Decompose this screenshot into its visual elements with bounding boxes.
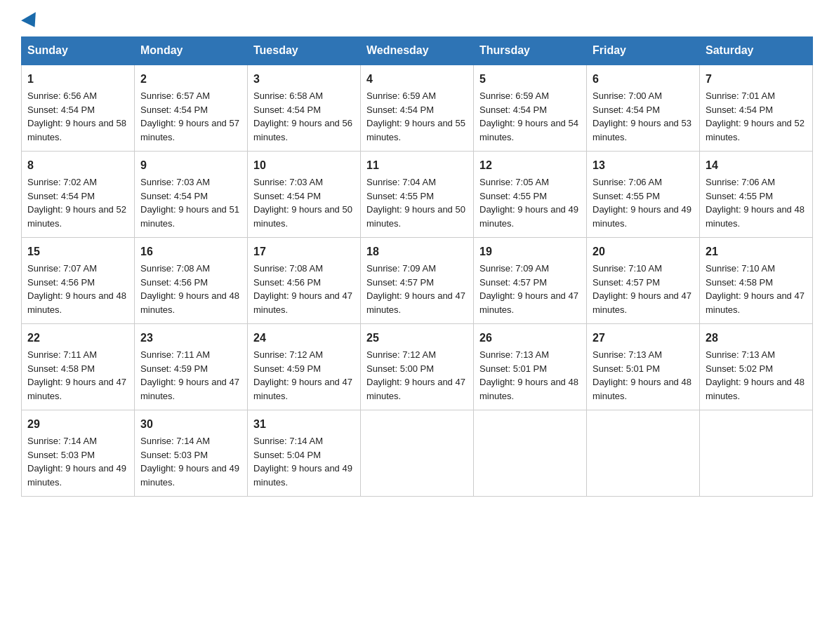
logo-triangle-icon (21, 12, 42, 32)
day-info: Sunrise: 7:00 AMSunset: 4:54 PMDaylight:… (593, 90, 691, 142)
day-info: Sunrise: 7:13 AMSunset: 5:01 PMDaylight:… (479, 349, 578, 401)
day-number: 23 (140, 330, 241, 347)
day-info: Sunrise: 6:56 AMSunset: 4:54 PMDaylight:… (27, 90, 126, 142)
day-number: 1 (27, 71, 128, 88)
week-row-5: 29Sunrise: 7:14 AMSunset: 5:03 PMDayligh… (22, 410, 813, 497)
day-number: 30 (140, 416, 241, 433)
day-cell: 7Sunrise: 7:01 AMSunset: 4:54 PMDaylight… (700, 65, 813, 152)
day-cell: 1Sunrise: 6:56 AMSunset: 4:54 PMDaylight… (22, 65, 135, 152)
week-row-2: 8Sunrise: 7:02 AMSunset: 4:54 PMDaylight… (22, 152, 813, 238)
day-cell: 31Sunrise: 7:14 AMSunset: 5:04 PMDayligh… (248, 410, 361, 497)
day-cell (361, 410, 474, 497)
day-number: 11 (366, 157, 468, 174)
day-number: 8 (27, 157, 128, 174)
day-number: 28 (706, 330, 807, 347)
day-cell: 22Sunrise: 7:11 AMSunset: 4:58 PMDayligh… (22, 324, 135, 410)
week-row-3: 15Sunrise: 7:07 AMSunset: 4:56 PMDayligh… (22, 238, 813, 324)
day-cell: 20Sunrise: 7:10 AMSunset: 4:57 PMDayligh… (587, 238, 700, 324)
day-cell: 18Sunrise: 7:09 AMSunset: 4:57 PMDayligh… (361, 238, 474, 324)
day-info: Sunrise: 7:07 AMSunset: 4:56 PMDaylight:… (27, 263, 126, 315)
logo (21, 14, 40, 24)
day-cell: 4Sunrise: 6:59 AMSunset: 4:54 PMDaylight… (361, 65, 474, 152)
day-info: Sunrise: 6:59 AMSunset: 4:54 PMDaylight:… (479, 90, 578, 142)
day-number: 10 (253, 157, 355, 174)
day-info: Sunrise: 7:14 AMSunset: 5:03 PMDaylight:… (27, 436, 126, 488)
day-cell: 16Sunrise: 7:08 AMSunset: 4:56 PMDayligh… (135, 238, 248, 324)
week-row-1: 1Sunrise: 6:56 AMSunset: 4:54 PMDaylight… (22, 65, 813, 152)
day-cell: 8Sunrise: 7:02 AMSunset: 4:54 PMDaylight… (22, 152, 135, 238)
day-info: Sunrise: 7:12 AMSunset: 4:59 PMDaylight:… (253, 349, 352, 401)
day-cell: 3Sunrise: 6:58 AMSunset: 4:54 PMDaylight… (248, 65, 361, 152)
day-cell: 11Sunrise: 7:04 AMSunset: 4:55 PMDayligh… (361, 152, 474, 238)
day-info: Sunrise: 7:09 AMSunset: 4:57 PMDaylight:… (366, 263, 465, 315)
day-cell: 15Sunrise: 7:07 AMSunset: 4:56 PMDayligh… (22, 238, 135, 324)
day-number: 14 (706, 157, 807, 174)
day-number: 22 (27, 330, 128, 347)
day-cell: 2Sunrise: 6:57 AMSunset: 4:54 PMDaylight… (135, 65, 248, 152)
day-info: Sunrise: 6:58 AMSunset: 4:54 PMDaylight:… (253, 90, 352, 142)
day-info: Sunrise: 7:10 AMSunset: 4:57 PMDaylight:… (593, 263, 691, 315)
page-header (21, 14, 813, 24)
day-number: 19 (479, 243, 581, 260)
day-cell: 21Sunrise: 7:10 AMSunset: 4:58 PMDayligh… (700, 238, 813, 324)
day-info: Sunrise: 7:10 AMSunset: 4:58 PMDaylight:… (706, 263, 805, 315)
day-info: Sunrise: 7:03 AMSunset: 4:54 PMDaylight:… (253, 177, 352, 229)
day-cell: 14Sunrise: 7:06 AMSunset: 4:55 PMDayligh… (700, 152, 813, 238)
header-cell-sunday: Sunday (22, 37, 135, 65)
day-cell: 25Sunrise: 7:12 AMSunset: 5:00 PMDayligh… (361, 324, 474, 410)
day-info: Sunrise: 7:13 AMSunset: 5:01 PMDaylight:… (593, 349, 691, 401)
day-cell: 27Sunrise: 7:13 AMSunset: 5:01 PMDayligh… (587, 324, 700, 410)
day-cell: 12Sunrise: 7:05 AMSunset: 4:55 PMDayligh… (474, 152, 587, 238)
day-info: Sunrise: 7:06 AMSunset: 4:55 PMDaylight:… (593, 177, 691, 229)
day-number: 29 (27, 416, 128, 433)
day-info: Sunrise: 7:14 AMSunset: 5:04 PMDaylight:… (253, 436, 352, 488)
day-cell: 13Sunrise: 7:06 AMSunset: 4:55 PMDayligh… (587, 152, 700, 238)
calendar-body: 1Sunrise: 6:56 AMSunset: 4:54 PMDaylight… (22, 65, 813, 497)
day-info: Sunrise: 7:14 AMSunset: 5:03 PMDaylight:… (140, 436, 239, 488)
day-number: 18 (366, 243, 468, 260)
calendar-header: SundayMondayTuesdayWednesdayThursdayFrid… (22, 37, 813, 65)
day-number: 13 (593, 157, 694, 174)
day-cell: 5Sunrise: 6:59 AMSunset: 4:54 PMDaylight… (474, 65, 587, 152)
day-info: Sunrise: 7:09 AMSunset: 4:57 PMDaylight:… (479, 263, 578, 315)
day-cell: 23Sunrise: 7:11 AMSunset: 4:59 PMDayligh… (135, 324, 248, 410)
day-number: 24 (253, 330, 355, 347)
day-number: 25 (366, 330, 468, 347)
day-info: Sunrise: 6:59 AMSunset: 4:54 PMDaylight:… (366, 90, 465, 142)
day-number: 3 (253, 71, 355, 88)
day-info: Sunrise: 7:11 AMSunset: 4:58 PMDaylight:… (27, 349, 126, 401)
day-info: Sunrise: 6:57 AMSunset: 4:54 PMDaylight:… (140, 90, 239, 142)
day-number: 7 (706, 71, 807, 88)
day-number: 15 (27, 243, 128, 260)
day-number: 2 (140, 71, 241, 88)
day-cell: 19Sunrise: 7:09 AMSunset: 4:57 PMDayligh… (474, 238, 587, 324)
day-number: 21 (706, 243, 807, 260)
day-info: Sunrise: 7:12 AMSunset: 5:00 PMDaylight:… (366, 349, 465, 401)
day-number: 17 (253, 243, 355, 260)
header-row: SundayMondayTuesdayWednesdayThursdayFrid… (22, 37, 813, 65)
day-number: 4 (366, 71, 468, 88)
week-row-4: 22Sunrise: 7:11 AMSunset: 4:58 PMDayligh… (22, 324, 813, 410)
day-info: Sunrise: 7:08 AMSunset: 4:56 PMDaylight:… (253, 263, 352, 315)
day-info: Sunrise: 7:01 AMSunset: 4:54 PMDaylight:… (706, 90, 805, 142)
day-cell: 9Sunrise: 7:03 AMSunset: 4:54 PMDaylight… (135, 152, 248, 238)
day-info: Sunrise: 7:06 AMSunset: 4:55 PMDaylight:… (706, 177, 805, 229)
day-number: 9 (140, 157, 241, 174)
day-cell (700, 410, 813, 497)
day-info: Sunrise: 7:02 AMSunset: 4:54 PMDaylight:… (27, 177, 126, 229)
day-info: Sunrise: 7:04 AMSunset: 4:55 PMDaylight:… (366, 177, 465, 229)
day-number: 16 (140, 243, 241, 260)
header-cell-wednesday: Wednesday (361, 37, 474, 65)
day-number: 20 (593, 243, 694, 260)
day-cell: 30Sunrise: 7:14 AMSunset: 5:03 PMDayligh… (135, 410, 248, 497)
day-cell: 29Sunrise: 7:14 AMSunset: 5:03 PMDayligh… (22, 410, 135, 497)
day-cell: 10Sunrise: 7:03 AMSunset: 4:54 PMDayligh… (248, 152, 361, 238)
day-info: Sunrise: 7:03 AMSunset: 4:54 PMDaylight:… (140, 177, 239, 229)
header-cell-friday: Friday (587, 37, 700, 65)
day-number: 12 (479, 157, 581, 174)
day-cell (474, 410, 587, 497)
day-info: Sunrise: 7:05 AMSunset: 4:55 PMDaylight:… (479, 177, 578, 229)
day-cell: 26Sunrise: 7:13 AMSunset: 5:01 PMDayligh… (474, 324, 587, 410)
day-number: 27 (593, 330, 694, 347)
header-cell-saturday: Saturday (700, 37, 813, 65)
